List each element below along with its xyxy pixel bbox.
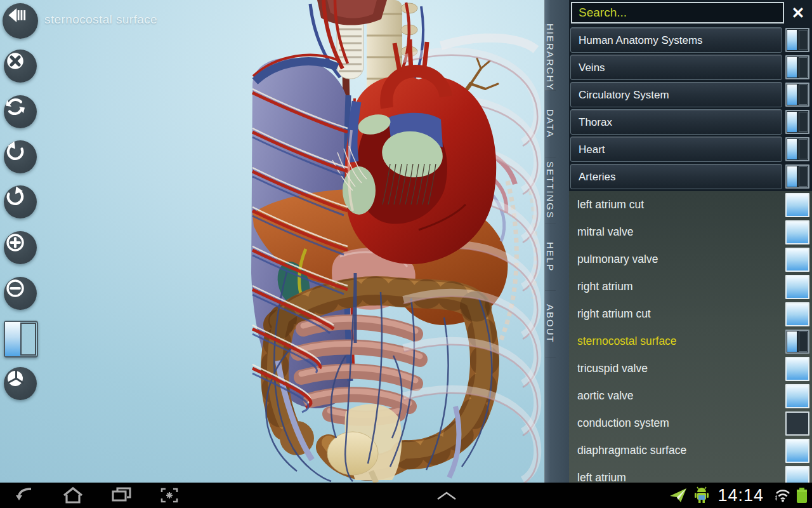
status-cluster[interactable]: 14:14 [669,486,812,505]
group-button[interactable]: Arteries [570,164,782,189]
visibility-toggle-partial[interactable] [785,55,809,79]
side-tab-strip: HIERARCHYDATASETTINGSHELPABOUT [544,0,569,483]
group-list: Human Anatomy SystemsVeinsCirculatory Sy… [569,27,812,189]
visibility-toggle-partial[interactable] [785,330,809,354]
visibility-toggle-partial[interactable] [785,110,809,134]
clock: 14:14 [717,486,764,505]
visibility-toggle-partial[interactable] [785,28,809,52]
part-row[interactable]: mitral valve [569,218,812,246]
search-input[interactable] [572,6,783,20]
part-row[interactable]: tricuspid valve [569,355,812,382]
close-panel-button[interactable]: ✕ [784,0,812,25]
visibility-toggle-full[interactable] [785,220,809,244]
expand-chevron-icon[interactable] [433,489,461,502]
part-label: left atrium [577,471,782,483]
group-button[interactable]: Thorax [570,109,782,135]
part-label: pulmonary valve [577,253,782,266]
tab-data[interactable]: DATA [545,91,556,157]
android-back-button[interactable] [14,486,36,505]
visibility-toggle-full[interactable] [785,193,809,217]
search-box [571,2,784,23]
part-label: mitral valve [577,225,782,239]
visibility-toggle-full[interactable] [785,384,809,408]
part-row[interactable]: sternocostal surface [569,328,812,355]
zoom-out-button[interactable] [4,277,37,310]
pie-view-button[interactable] [4,367,37,400]
anatomy-3d-viewport[interactable]: sternocostal surface [0,0,544,483]
hierarchy-panel: ✕ Human Anatomy SystemsVeinsCirculatory … [569,0,812,483]
screenshot-button[interactable] [159,486,180,505]
visibility-toggle-partial[interactable] [785,83,809,107]
group-row: Arteries [570,164,809,189]
part-label: left atrium cut [577,198,782,211]
parts-list: left atrium cutmitral valvepulmonary val… [569,191,812,483]
part-label: right atrium [577,280,782,293]
notification-android-icon [693,486,710,504]
visibility-toggle-full[interactable] [785,248,809,272]
group-row: Human Anatomy Systems [570,27,809,53]
split-view-button[interactable] [4,321,38,358]
android-home-button[interactable] [62,486,84,505]
part-row[interactable]: diaphragmatic surface [569,437,812,464]
visibility-toggle-full[interactable] [785,275,809,299]
part-label: sternocostal surface [577,335,782,348]
group-row: Circulatory System [570,82,809,107]
bar-center [223,489,669,502]
group-row: Veins [570,55,809,80]
group-row: Thorax [570,109,809,135]
part-label: diaphragmatic surface [577,444,782,457]
android-recents-button[interactable] [110,486,132,505]
anatomy-model[interactable] [0,0,544,483]
part-row[interactable]: pulmonary valve [569,246,812,273]
wifi-status-icon [771,486,790,504]
part-row[interactable]: aortic valve [569,382,812,410]
visibility-toggle-full[interactable] [785,466,809,483]
tab-help[interactable]: HELP [545,224,556,291]
part-row[interactable]: conduction system [569,410,812,437]
part-label: tricuspid valve [577,362,782,375]
group-button[interactable]: Veins [570,55,782,80]
part-row[interactable]: right atrium cut [569,300,812,328]
tab-about[interactable]: ABOUT [545,291,556,358]
group-button[interactable]: Circulatory System [570,82,782,107]
rotate-right-button[interactable] [4,185,37,218]
part-row[interactable]: right atrium [569,273,812,300]
visibility-toggle-partial[interactable] [785,164,809,189]
visibility-toggle-full[interactable] [785,357,809,381]
back-button[interactable] [3,3,38,39]
recent-apps-icon [110,486,132,504]
nav-icons [0,486,223,505]
tab-hierarchy[interactable]: HIERARCHY [545,24,556,91]
group-button[interactable]: Human Anatomy Systems [570,27,782,53]
app-screen: sternocostal surface HIERARCHYDATASETTIN… [0,0,812,508]
tab-settings[interactable]: SETTINGS [545,157,556,224]
selected-part-title: sternocostal surface [44,13,157,27]
visibility-toggle-partial[interactable] [785,137,809,161]
home-icon [62,486,84,504]
part-label: conduction system [577,417,782,430]
zoom-in-button[interactable] [4,231,37,264]
rotate-left-button[interactable] [4,140,37,173]
notification-paper-plane-icon [669,487,688,504]
group-button[interactable]: Heart [570,137,782,162]
group-row: Heart [570,137,809,162]
visibility-toggle-full[interactable] [785,439,809,463]
visibility-toggle-full[interactable] [785,302,809,326]
screenshot-icon [159,486,180,504]
visibility-toggle-empty[interactable] [785,411,809,436]
close-button[interactable] [4,50,37,83]
refresh-button[interactable] [4,95,37,128]
part-label: right atrium cut [577,307,782,321]
part-label: aortic valve [577,389,782,403]
android-system-bar: 14:14 [0,483,812,508]
part-row[interactable]: left atrium [569,464,812,483]
battery-status-icon [796,486,808,504]
back-arrow-icon [15,486,35,504]
search-row: ✕ [569,0,812,25]
part-row[interactable]: left atrium cut [569,191,812,218]
